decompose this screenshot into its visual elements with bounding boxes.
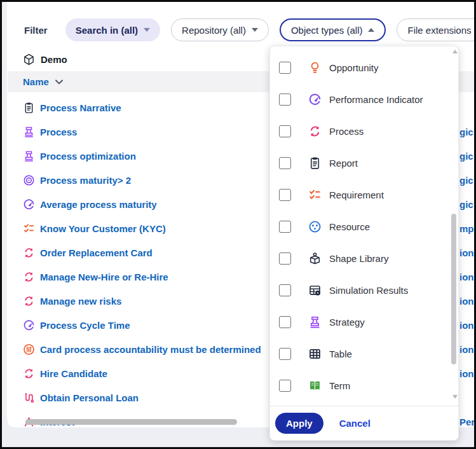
truncated-cell-text: ion.: [459, 240, 474, 265]
group-title: Demo: [41, 54, 67, 65]
truncated-cell-text: mpl: [459, 216, 474, 240]
option-label: Shape Library: [329, 253, 388, 264]
option-label: Process: [329, 126, 364, 137]
list-item-label[interactable]: Order Replacement Card: [40, 247, 153, 258]
option-label: Requirement: [329, 190, 384, 200]
object-type-option-performance-indicator[interactable]: Performance Indicator: [279, 83, 443, 115]
clipboard-icon: [23, 102, 35, 114]
list-item-manage-new-hire-or-re-hire[interactable]: Manage New-Hire or Re-Hire: [23, 265, 168, 289]
truncated-cell-text: Pers: [459, 410, 474, 427]
checkbox[interactable]: [279, 284, 291, 296]
checkbox[interactable]: [279, 380, 291, 392]
list-item-know-your-customer-kyc[interactable]: Know Your Customer (KYC): [23, 216, 166, 240]
checkbox[interactable]: [279, 252, 291, 265]
search-results-screen: Filter Search in (all)Repository (all)Ob…: [0, 0, 476, 449]
object-type-option-term[interactable]: Term: [279, 370, 443, 401]
cancel-button[interactable]: Cancel: [339, 418, 371, 429]
checkbox[interactable]: [279, 62, 291, 74]
list-item-label[interactable]: Process Narrative: [40, 102, 121, 113]
option-label: Opportunity: [329, 62, 379, 73]
column-header-label: Name: [23, 76, 49, 87]
list-item-label[interactable]: Process maturity> 2: [40, 175, 131, 186]
list-item-label[interactable]: Know Your Customer (KYC): [40, 223, 166, 234]
filter-pill-file-extensions-all[interactable]: File extensions (all): [397, 18, 476, 41]
process-loop-icon: [23, 271, 35, 283]
list-item-label[interactable]: Manage New-Hire or Re-Hire: [40, 272, 168, 282]
chevron-up-icon: [368, 28, 374, 32]
object-type-option-shape-library[interactable]: Shape Library: [279, 242, 443, 274]
lightbulb-icon: [308, 61, 322, 74]
list-item-label[interactable]: Card process accountability must be dete…: [40, 344, 261, 355]
truncated-cell-text: ion.: [459, 313, 474, 337]
chevron-down-icon: [144, 28, 150, 32]
scroll-up-arrow-icon[interactable]: [452, 50, 458, 53]
list-item-manage-new-risks[interactable]: Manage new risks: [23, 289, 121, 313]
list-item-process[interactable]: Process: [23, 120, 77, 144]
checkbox[interactable]: [279, 93, 291, 106]
truncated-cell-text: gic P: [459, 168, 474, 192]
list-item-process-optimization[interactable]: Process optimization: [23, 144, 136, 168]
cube-icon: [23, 53, 35, 66]
list-item-label[interactable]: Process Cycle Time: [40, 320, 130, 331]
list-item-label[interactable]: Obtain Personal Loan: [40, 392, 139, 403]
process-loop-icon: [23, 368, 35, 380]
gauge-icon: [23, 198, 35, 211]
checkbox[interactable]: [279, 221, 291, 233]
object-type-option-requirement[interactable]: Requirement: [279, 179, 443, 211]
gauge-icon: [23, 319, 35, 331]
option-label: Simulation Results: [329, 285, 408, 296]
horizontal-scrollbar[interactable]: [25, 419, 237, 425]
object-type-option-opportunity[interactable]: Opportunity: [279, 52, 443, 83]
strategy-icon: [23, 150, 35, 162]
checkbox[interactable]: [279, 316, 291, 328]
list-item-hire-candidate[interactable]: Hire Candidate: [23, 361, 107, 385]
object-type-option-table[interactable]: Table: [279, 338, 443, 370]
checkbox[interactable]: [279, 348, 291, 360]
filter-pill-object-types-all[interactable]: Object types (all): [280, 18, 386, 41]
option-label: Report: [329, 158, 358, 169]
group-header-demo: Demo: [23, 53, 67, 66]
scroll-down-arrow-icon[interactable]: [452, 395, 458, 399]
filter-pill-repository-all[interactable]: Repository (all): [171, 18, 269, 41]
journey-icon: [23, 392, 35, 404]
truncated-cell-text: gic P: [459, 192, 474, 216]
object-type-option-strategy[interactable]: Strategy: [279, 306, 443, 338]
simulation-results-icon: [308, 284, 322, 297]
truncated-cell-text: ion.: [459, 337, 474, 361]
filter-pill-search-in-all[interactable]: Search in (all): [65, 18, 160, 41]
pill-label: Repository (all): [182, 25, 246, 36]
checkbox[interactable]: [279, 157, 291, 169]
checklist-icon: [308, 188, 322, 202]
list-item-process-cycle-time[interactable]: Process Cycle Time: [23, 313, 130, 337]
list-item-obtain-personal-loan[interactable]: Obtain Personal Loan: [23, 385, 139, 410]
process-loop-icon: [23, 247, 35, 259]
object-type-option-resource[interactable]: Resource: [279, 211, 443, 242]
checkbox[interactable]: [279, 125, 291, 137]
term-icon: [308, 379, 322, 392]
list-item-label[interactable]: Hire Candidate: [40, 368, 107, 379]
list-item-process-narrative[interactable]: Process Narrative: [23, 95, 121, 120]
object-type-option-simulation-results[interactable]: Simulation Results: [279, 274, 443, 306]
pill-label: Object types (all): [291, 25, 363, 36]
shape-library-icon: [308, 252, 322, 265]
truncated-cell-text: ion.: [459, 361, 474, 385]
controls-icon: [23, 343, 35, 356]
list-item-label[interactable]: Process optimization: [40, 151, 136, 162]
list-item-order-replacement-card[interactable]: Order Replacement Card: [23, 240, 153, 265]
list-item-card-process-accountability-must-be-determined[interactable]: Card process accountability must be dete…: [23, 337, 261, 361]
list-item-label[interactable]: Process: [40, 127, 77, 137]
list-item-process-maturity-2[interactable]: Process maturity> 2: [23, 168, 131, 192]
checkbox[interactable]: [279, 189, 291, 201]
list-item-label[interactable]: Manage new risks: [40, 296, 121, 307]
apply-button[interactable]: Apply: [275, 413, 323, 434]
list-item-label[interactable]: Average process maturity: [40, 199, 157, 210]
object-type-option-report[interactable]: Report: [279, 147, 443, 179]
pill-label: File extensions (all): [407, 25, 476, 36]
vertical-scrollbar[interactable]: [451, 214, 456, 364]
list-item-average-process-maturity[interactable]: Average process maturity: [23, 192, 157, 216]
object-type-option-process[interactable]: Process: [279, 115, 443, 147]
option-label: Table: [329, 349, 352, 359]
truncated-cell-text: gic P: [459, 120, 474, 144]
filter-label: Filter: [24, 25, 48, 36]
option-label: Resource: [329, 221, 370, 232]
